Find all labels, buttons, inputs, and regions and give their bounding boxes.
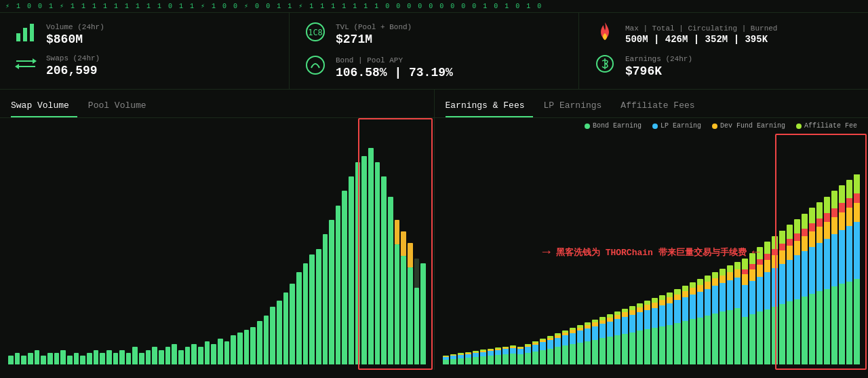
left-chart-tabs: Swap Volume Pool Volume bbox=[0, 90, 434, 118]
left-bar-8 bbox=[60, 124, 66, 364]
segment bbox=[742, 269, 748, 275]
left-bar-35 bbox=[237, 124, 243, 364]
stacked-inner-9 bbox=[510, 345, 516, 364]
left-bar-inner-27 bbox=[185, 347, 191, 364]
stat-item-swaps: Swaps (24hr) 206,599 bbox=[14, 54, 275, 77]
right-bar-38 bbox=[727, 139, 733, 364]
svg-rect-2 bbox=[30, 24, 34, 41]
stacked-inner-5 bbox=[480, 349, 486, 364]
segment bbox=[809, 208, 815, 223]
left-bar-inner-55 bbox=[368, 148, 374, 365]
left-bar-12 bbox=[87, 124, 92, 364]
tab-earnings-fees[interactable]: Earnings & Fees bbox=[446, 96, 533, 117]
left-bar-56 bbox=[375, 124, 380, 364]
segment bbox=[757, 277, 763, 312]
segment bbox=[802, 251, 808, 297]
left-bar-36 bbox=[244, 124, 250, 364]
stat-panel-volume: Volume (24hr) $860M Swaps (24hr) 206,599 bbox=[0, 13, 290, 89]
stacked-inner-20 bbox=[592, 320, 598, 364]
segment bbox=[757, 265, 763, 276]
segment bbox=[764, 272, 770, 309]
ticker-bar: ⚡ 1 0 0 1 ⚡ 1 1 1 1 1 1 1 1 1 0 1 1 ⚡ 1 … bbox=[0, 0, 868, 13]
legend-aff: Affiliate Fee bbox=[796, 122, 857, 130]
segment bbox=[779, 250, 785, 264]
stacked-inner-7 bbox=[495, 347, 501, 364]
stacked-inner-33 bbox=[690, 282, 696, 364]
right-bar-24 bbox=[622, 139, 628, 364]
left-bar-38 bbox=[257, 124, 262, 364]
right-bar-27 bbox=[644, 139, 650, 364]
left-bar-51 bbox=[342, 124, 347, 364]
left-bar-5 bbox=[41, 124, 46, 364]
left-bar-60 bbox=[401, 124, 406, 364]
segment bbox=[846, 198, 852, 208]
segment bbox=[794, 219, 800, 233]
swaps-icon bbox=[14, 57, 38, 75]
right-bar-35 bbox=[705, 139, 711, 364]
segment bbox=[802, 214, 808, 229]
segment bbox=[816, 202, 823, 219]
segment bbox=[779, 231, 785, 244]
left-bar-37 bbox=[250, 124, 256, 364]
right-bar-46 bbox=[787, 139, 793, 364]
right-bar-48 bbox=[802, 139, 808, 364]
left-bar-inner-20 bbox=[139, 353, 144, 364]
segment bbox=[757, 259, 763, 265]
stat-item-volume: Volume (24hr) $860M bbox=[14, 21, 275, 48]
right-bar-30 bbox=[667, 139, 673, 364]
segment bbox=[742, 317, 748, 364]
right-chart-panel: Earnings & Fees LP Earnings Affiliate Fe… bbox=[435, 90, 869, 370]
right-bar-chart bbox=[440, 139, 863, 364]
right-bar-53 bbox=[839, 139, 845, 364]
swaps-text: Swaps (24hr) 206,599 bbox=[46, 54, 100, 77]
left-bar-inner-56 bbox=[375, 162, 380, 364]
tab-pool-volume[interactable]: Pool Volume bbox=[88, 96, 155, 117]
right-bar-55 bbox=[854, 139, 860, 364]
tab-swap-volume[interactable]: Swap Volume bbox=[11, 96, 77, 117]
left-bar-18 bbox=[126, 124, 132, 364]
segment bbox=[809, 247, 815, 294]
tab-affiliate-fees[interactable]: Affiliate Fees bbox=[620, 96, 703, 117]
left-bar-14 bbox=[100, 124, 105, 364]
left-bar-2 bbox=[21, 124, 26, 364]
segment bbox=[749, 269, 755, 280]
right-bar-7 bbox=[495, 139, 501, 364]
left-bar-11 bbox=[80, 124, 85, 364]
left-bar-inner-3 bbox=[28, 353, 33, 364]
segment bbox=[764, 254, 770, 260]
stacked-inner-15 bbox=[555, 333, 561, 364]
right-bar-18 bbox=[577, 139, 583, 364]
tab-lp-earnings[interactable]: LP Earnings bbox=[544, 96, 610, 117]
left-bar-inner-5 bbox=[41, 356, 46, 364]
segment bbox=[802, 236, 808, 251]
left-bar-42 bbox=[283, 124, 289, 364]
left-bar-inner-31 bbox=[211, 344, 216, 364]
segment bbox=[787, 246, 793, 260]
left-bar-inner-58 bbox=[388, 197, 393, 364]
left-bar-41 bbox=[277, 124, 282, 364]
segment bbox=[846, 282, 852, 365]
segment bbox=[749, 253, 755, 264]
segment bbox=[794, 255, 800, 299]
stacked-inner-24 bbox=[622, 309, 628, 364]
segment bbox=[787, 225, 793, 239]
svg-rect-0 bbox=[16, 33, 20, 41]
legend-bond: Bond Earning bbox=[585, 122, 642, 130]
stacked-inner-27 bbox=[644, 301, 650, 364]
segment bbox=[854, 203, 860, 222]
right-bar-51 bbox=[824, 139, 830, 364]
stat-panel-supply: Max | Total | Circulating | Burned 500M … bbox=[579, 13, 868, 89]
segment bbox=[854, 174, 860, 193]
left-bar-inner-57 bbox=[381, 176, 387, 364]
right-bar-6 bbox=[488, 139, 494, 364]
segment bbox=[779, 244, 785, 250]
segment bbox=[772, 236, 778, 249]
stacked-inner-42 bbox=[757, 247, 763, 364]
left-bar-53 bbox=[355, 124, 361, 364]
left-bar-inner-46 bbox=[309, 254, 315, 364]
right-bar-25 bbox=[629, 139, 635, 364]
left-bar-inner-14 bbox=[100, 353, 105, 364]
left-bar-chart bbox=[5, 124, 429, 364]
stacked-inner-37 bbox=[719, 269, 726, 364]
left-bar-34 bbox=[231, 124, 236, 364]
